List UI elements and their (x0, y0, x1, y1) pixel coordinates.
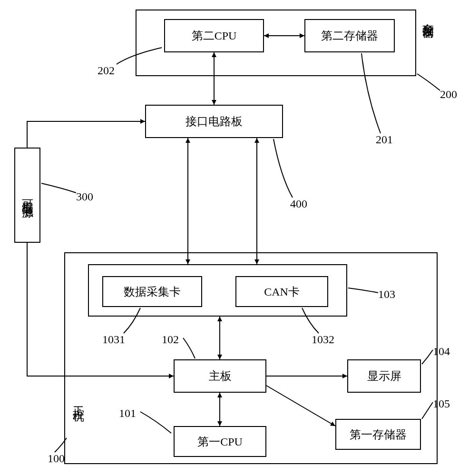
can-card-label: CAN卡 (264, 284, 300, 299)
power-block: 可编程电源 (14, 148, 40, 243)
cpu1-label: 第一CPU (197, 434, 243, 449)
can-card-block: CAN卡 (235, 276, 328, 307)
mem1-block: 第一存储器 (335, 419, 421, 450)
ref-300: 300 (76, 190, 93, 203)
ref-100: 100 (48, 452, 65, 465)
mem2-label: 第二存储器 (321, 28, 378, 43)
daq-card-label: 数据采集卡 (124, 284, 181, 299)
display-label: 显示屏 (367, 368, 401, 384)
cpu2-block: 第二CPU (164, 19, 264, 52)
ref-102: 102 (162, 333, 179, 346)
ref-201: 201 (376, 133, 393, 146)
ref-103: 103 (378, 288, 395, 301)
display-block: 显示屏 (347, 359, 421, 393)
ref-104: 104 (433, 345, 450, 358)
ref-202: 202 (98, 64, 115, 77)
mem2-block: 第二存储器 (304, 19, 395, 52)
ref-200: 200 (440, 88, 457, 101)
mainboard-block: 主板 (174, 359, 266, 393)
ref-400: 400 (290, 198, 307, 210)
body-controller-label: 车身控制器 (421, 14, 435, 19)
interface-board-block: 接口电路板 (145, 105, 283, 138)
power-label: 可编程电源 (20, 190, 35, 200)
ipc-label: 工控机 (71, 397, 86, 403)
ref-101: 101 (119, 407, 136, 420)
cpu1-block: 第一CPU (174, 426, 266, 457)
cpu2-label: 第二CPU (192, 28, 237, 43)
mem1-label: 第一存储器 (350, 427, 407, 442)
mainboard-label: 主板 (209, 368, 232, 384)
ref-1031: 1031 (102, 333, 125, 346)
ref-1032: 1032 (312, 333, 334, 346)
ref-105: 105 (433, 397, 450, 410)
interface-board-label: 接口电路板 (186, 114, 243, 129)
daq-card-block: 数据采集卡 (102, 276, 202, 307)
